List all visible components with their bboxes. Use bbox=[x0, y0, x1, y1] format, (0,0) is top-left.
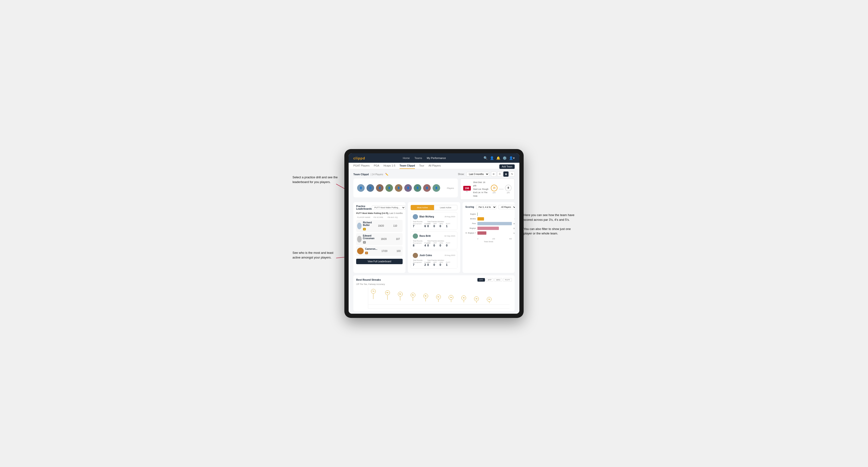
streak-point: 5x bbox=[411, 297, 415, 305]
practice-leaderboard-card: Practice Leaderboards PUTT Must Make Put… bbox=[353, 202, 405, 273]
annotation-2: See who is the most and least active amo… bbox=[292, 250, 340, 260]
view-icons: ⊞ ☰ ▦ ⇅ bbox=[491, 172, 515, 177]
shot-circle-end: 0 bbox=[505, 185, 512, 191]
view-list-icon[interactable]: ☰ bbox=[497, 172, 502, 177]
avatar[interactable]: 👤 bbox=[357, 184, 365, 192]
view-card-icon[interactable]: ▦ bbox=[503, 172, 508, 177]
sub-nav-links: PGAT Players PGA Hcaps 1-5 Team Clippd T… bbox=[353, 164, 441, 169]
drill-select[interactable]: PUTT Must Make Putting... bbox=[372, 206, 405, 210]
avatar[interactable]: 👤 bbox=[376, 184, 383, 192]
subnav-tour[interactable]: Tour bbox=[419, 164, 424, 169]
par-filter-select[interactable]: Par 3, 4 & 5s bbox=[476, 205, 497, 209]
streaks-btn-app[interactable]: APP bbox=[486, 278, 493, 282]
tab-least-active[interactable]: Least Active bbox=[434, 205, 457, 210]
show-period-select[interactable]: Last 3 months bbox=[466, 172, 489, 177]
shot-circle-start: 16 bbox=[491, 185, 497, 191]
activity-card: Most Active Least Active Blair McHarg 26… bbox=[408, 202, 460, 273]
avatar-icon[interactable]: 👤▾ bbox=[509, 156, 515, 160]
streak-point: 6x bbox=[398, 296, 403, 305]
nav-home[interactable]: Home bbox=[403, 157, 410, 159]
scoring-title: Scoring bbox=[465, 206, 474, 208]
brand-logo: clippd bbox=[353, 156, 365, 160]
avatar[interactable]: 👤 bbox=[423, 184, 431, 192]
lb-avatar bbox=[357, 223, 362, 229]
view-grid-icon[interactable]: ⊞ bbox=[491, 172, 496, 177]
streak-point: 5x bbox=[423, 297, 428, 305]
streaks-btn-ott[interactable]: OTT bbox=[477, 278, 485, 282]
list-item: Blair McHarg 26 Aug 2023 Total Rounds To bbox=[411, 212, 457, 230]
settings-icon[interactable]: ⚙️ bbox=[503, 156, 507, 160]
list-item: Rees Britt 02 Sep 2023 Total Rounds Tour bbox=[411, 231, 457, 249]
bar-eagles bbox=[477, 213, 478, 216]
chart-row-pars: Pars 499 bbox=[465, 222, 512, 225]
bar-dbogeys bbox=[477, 231, 486, 235]
shot-details: Shot Dist: 16 yds Start Lie: Rough End L… bbox=[473, 181, 489, 198]
lb-badge-gold: 1 bbox=[363, 228, 366, 230]
pac-name: Rees Britt bbox=[420, 235, 431, 237]
streaks-btn-arg[interactable]: ARG bbox=[494, 278, 502, 282]
table-row: Edward Crossman 2 18/20 107 bbox=[356, 233, 403, 245]
avatar[interactable]: 👤 bbox=[367, 184, 374, 192]
list-item: Josh Coles 26 Aug 2023 Total Rounds Tour bbox=[411, 251, 457, 269]
nav-icons: 🔍 👤 🔔 ⚙️ 👤▾ bbox=[484, 156, 515, 160]
user-icon[interactable]: 👤 bbox=[490, 156, 494, 160]
lb-avg-score: 107 bbox=[391, 238, 405, 240]
streaks-btn-putt[interactable]: PUTT bbox=[503, 278, 512, 282]
players-row: 👤 👤 👤 👤 👤 👤 👤 👤 👤 Players bbox=[353, 179, 515, 200]
nav-my-performance[interactable]: My Performance bbox=[427, 157, 446, 159]
three-col: Practice Leaderboards PUTT Must Make Put… bbox=[353, 202, 515, 273]
avatar[interactable]: 👤 bbox=[414, 184, 421, 192]
streak-point: 6x bbox=[385, 295, 390, 305]
bar-birdies bbox=[477, 217, 484, 220]
page-wrapper: Select a practice drill and see the lead… bbox=[292, 149, 576, 318]
search-icon[interactable]: 🔍 bbox=[484, 156, 488, 160]
add-team-button[interactable]: Add Team bbox=[499, 164, 515, 169]
shot-circles: 16 yds 0 yds bbox=[491, 185, 512, 194]
pac-date: 26 Aug 2023 bbox=[445, 216, 455, 218]
streak-point: 4x bbox=[461, 298, 466, 305]
pac-avatar bbox=[413, 214, 418, 219]
tournament-val: 7 bbox=[413, 224, 422, 228]
nav-links: Home Teams My Performance bbox=[403, 157, 446, 159]
lb-table-header: PLAYER NAME PB SCORE PB AVG SQ bbox=[356, 216, 403, 218]
avatar[interactable]: 👤 bbox=[404, 184, 412, 192]
streaks-subtitle: Off The Tee, Fairway Accuracy bbox=[356, 283, 512, 285]
players-section: 👤 👤 👤 👤 👤 👤 👤 👤 👤 Players bbox=[353, 179, 458, 197]
streaks-header: Best Round Streaks OTT APP ARG PUTT bbox=[356, 278, 512, 282]
lb-subtitle: PUTT Must Make Putting (3-6 ft), Last 3 … bbox=[356, 212, 403, 214]
avatar[interactable]: 👤 bbox=[395, 184, 402, 192]
avatar[interactable]: 👤 bbox=[433, 184, 440, 192]
scoring-chart: Eagles 3 Birdies bbox=[465, 212, 512, 237]
avatar[interactable]: 👤 bbox=[385, 184, 393, 192]
view-full-leaderboard-button[interactable]: View Full Leaderboard bbox=[356, 259, 403, 264]
show-controls: Show: Last 3 months ⊞ ☰ ▦ ⇅ bbox=[458, 172, 515, 177]
subnav-pgat[interactable]: PGAT Players bbox=[353, 164, 370, 169]
pac-name: Blair McHarg bbox=[420, 215, 434, 218]
bell-icon[interactable]: 🔔 bbox=[496, 156, 500, 160]
app-val: 0 bbox=[433, 224, 437, 228]
lb-player-name: Cameron... bbox=[365, 248, 377, 250]
activity-tabs: Most Active Least Active bbox=[411, 205, 457, 210]
shot-badge: 198 bbox=[463, 186, 471, 191]
annotation-3: Here you can see how the team have score… bbox=[524, 213, 576, 236]
annotation-1: Select a practice drill and see the lead… bbox=[292, 175, 340, 184]
chart-row-eagles: Eagles 3 bbox=[465, 213, 512, 216]
subnav-hcaps[interactable]: Hcaps 1-5 bbox=[383, 164, 395, 169]
lb-avg-score: 103 bbox=[392, 250, 406, 252]
lb-pb-score: 18/20 bbox=[377, 238, 391, 240]
lb-avg-score: 110 bbox=[388, 224, 402, 227]
nav-teams[interactable]: Teams bbox=[414, 157, 422, 159]
bar-bogeys bbox=[477, 227, 499, 230]
lb-badge-silver: 2 bbox=[363, 241, 366, 244]
pac-date: 02 Sep 2023 bbox=[444, 235, 455, 237]
view-filter-icon[interactable]: ⇅ bbox=[509, 172, 515, 177]
subnav-team-clippd[interactable]: Team Clippd bbox=[400, 164, 415, 169]
subnav-all-players[interactable]: All Players bbox=[429, 164, 441, 169]
pac-name: Josh Coles bbox=[420, 254, 432, 257]
lb-pb-score: 19/20 bbox=[374, 224, 388, 227]
chart-row-birdies: Birdies 96 bbox=[465, 217, 512, 220]
subnav-pga[interactable]: PGA bbox=[374, 164, 379, 169]
players-filter-select[interactable]: All Players bbox=[498, 205, 515, 209]
streak-point: 3x bbox=[487, 299, 492, 305]
tab-most-active[interactable]: Most Active bbox=[411, 205, 434, 210]
